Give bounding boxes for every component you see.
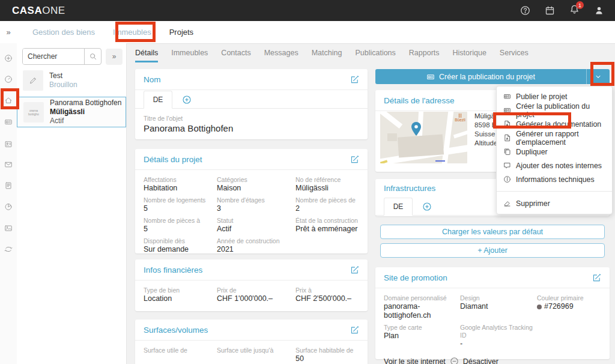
list-item-subtitle: Müligässli xyxy=(50,108,121,117)
tab-rapports[interactable]: Rapports xyxy=(409,49,440,62)
tab-contacts[interactable]: Contacts xyxy=(221,49,250,62)
lang-tab-de[interactable]: DE xyxy=(384,198,413,216)
search-input[interactable] xyxy=(23,49,84,64)
menu-item-ajouter-notes-internes[interactable]: Ajouter des notes internes xyxy=(497,159,612,172)
card-title: Détails de l'adresse xyxy=(384,96,454,105)
list-item-panorama-bottighofen[interactable]: orama bottigho Panorama Bottighofen Müli… xyxy=(17,97,126,127)
menu-item-supprimer[interactable]: Supprimer xyxy=(497,196,612,210)
field: Prix àCHF 2'500'000.– xyxy=(295,287,359,303)
edit-icon[interactable] xyxy=(350,326,359,335)
tab-historique[interactable]: Historique xyxy=(453,49,486,62)
note-icon xyxy=(503,162,511,169)
mail-icon[interactable] xyxy=(4,160,13,169)
pencil-icon xyxy=(29,76,37,85)
map-poi-label: Büezli xyxy=(455,114,465,122)
duplicate-icon xyxy=(503,148,511,156)
disable-website-link[interactable]: Désactiver xyxy=(463,357,498,364)
tab-matching[interactable]: Matching xyxy=(312,49,342,62)
card-nom: Nom DE Titre de l'objet Panorama Bottigh… xyxy=(135,69,368,139)
finance-icon[interactable] xyxy=(4,245,13,253)
project-thumbnail: orama bottigho xyxy=(23,102,44,123)
search-box xyxy=(22,48,101,65)
calendar-icon[interactable] xyxy=(545,5,555,16)
nav-expand-chevrons[interactable]: » xyxy=(0,28,17,37)
tab-details[interactable]: Détails xyxy=(135,49,158,62)
map-scale-line xyxy=(435,160,445,162)
menu-item-dupliquer[interactable]: Dupliquer xyxy=(497,145,612,159)
card-surfaces-volumes: Surfaces/volumes Surface utile de Surfac… xyxy=(135,320,368,364)
dashboard-icon[interactable] xyxy=(4,75,13,83)
field-value: Panorama Bottighofen xyxy=(144,123,359,135)
map[interactable]: Büezli xyxy=(380,112,467,163)
create-publication-split-button: Créer la publication du projet xyxy=(375,69,610,84)
panel-collapse-button[interactable]: » xyxy=(106,49,123,65)
edit-icon[interactable] xyxy=(350,75,359,84)
menu-item-generer-rapport-emplacement[interactable]: Générer un rapport d'emplacement xyxy=(497,131,612,145)
help-icon[interactable] xyxy=(520,5,530,16)
view-website-label: Voir le site internet xyxy=(384,357,446,364)
nav-tab-gestion-des-biens[interactable]: Gestion des biens xyxy=(32,28,95,37)
tab-services[interactable]: Services xyxy=(500,49,529,62)
disable-icon xyxy=(450,357,459,364)
card-title: Détails du projet xyxy=(144,155,202,164)
field: No de référenceMüligässli xyxy=(295,176,359,193)
tab-messages[interactable]: Messages xyxy=(264,49,298,62)
card-title: Infrastructures xyxy=(384,184,435,193)
field: Surface utile jusqu'à xyxy=(217,347,293,363)
field: État de la constructionPrêt à emménager xyxy=(295,217,359,234)
field: StatutActif xyxy=(217,217,293,234)
field: Domaine personnalisépanorama-bottighofen… xyxy=(384,294,458,320)
media-icon[interactable] xyxy=(4,224,13,232)
menu-separator xyxy=(497,191,612,192)
statistics-icon[interactable] xyxy=(4,202,13,211)
field: Prix deCHF 1'000'000.– xyxy=(217,287,293,303)
lang-tab-de[interactable]: DE xyxy=(144,91,172,109)
tab-immeubles[interactable]: Immeubles xyxy=(171,49,208,62)
list-item-title: Panorama Bottighofen xyxy=(50,99,121,108)
contacts-icon[interactable] xyxy=(4,140,13,148)
edit-icon[interactable] xyxy=(350,265,359,275)
field: Type de bienLocation xyxy=(144,287,214,303)
menu-item-informations-techniques[interactable]: Informations techniques xyxy=(497,172,612,186)
app-logo: CASAONE xyxy=(12,5,65,17)
add-button[interactable]: + Ajouter xyxy=(380,243,605,258)
field: Année de construction2021 xyxy=(217,237,293,254)
edit-icon[interactable] xyxy=(592,273,601,282)
card-title: Surfaces/volumes xyxy=(144,326,208,335)
documents-icon[interactable] xyxy=(4,181,13,190)
map-road xyxy=(453,130,467,139)
field-label: Titre de l'objet xyxy=(144,115,359,123)
annotation-box-generer-documentation xyxy=(493,112,571,129)
field: Surface habitable de50 xyxy=(295,347,359,363)
add-language-icon[interactable] xyxy=(422,202,432,211)
map-road xyxy=(380,112,402,129)
field: Nombre de logements5 xyxy=(144,196,214,213)
color-swatch xyxy=(537,305,542,309)
annotation-box-home-icon xyxy=(1,88,19,109)
add-language-icon[interactable] xyxy=(182,95,192,105)
topbar: CASAONE 1 xyxy=(0,0,615,21)
card-title: Nom xyxy=(144,75,161,84)
create-publication-button[interactable]: Créer la publication du projet xyxy=(375,69,586,84)
add-icon[interactable] xyxy=(4,54,13,62)
info-icon xyxy=(503,175,511,183)
user-icon[interactable] xyxy=(594,5,604,16)
edit-icon[interactable] xyxy=(350,155,359,164)
field: Nombre d'étages3 xyxy=(217,196,293,213)
card-infos-financieres: Infos financières Type de bienLocation P… xyxy=(135,259,368,311)
nav-tab-projets[interactable]: Projets xyxy=(169,28,193,37)
logo-bold: CASA xyxy=(12,5,42,16)
annotation-box-menu-toggle xyxy=(590,62,614,86)
thumb-text: bottigho xyxy=(28,112,39,116)
field: CatégoriesMaison xyxy=(217,176,293,193)
tab-publications[interactable]: Publications xyxy=(355,49,395,62)
module-nav: » Gestion des biens Immeubles Projets xyxy=(0,21,615,44)
load-defaults-button[interactable]: Charger les valeurs par défaut xyxy=(380,225,605,239)
publication-icon[interactable] xyxy=(4,118,13,126)
search-button[interactable] xyxy=(84,49,101,64)
search-icon xyxy=(89,52,97,61)
bell-icon[interactable]: 1 xyxy=(569,4,580,17)
list-item-test[interactable]: Test Brouillon xyxy=(17,67,126,94)
detail-tabs: Détails Immeubles Contacts Messages Matc… xyxy=(135,49,529,62)
logo-light: ONE xyxy=(42,5,65,16)
